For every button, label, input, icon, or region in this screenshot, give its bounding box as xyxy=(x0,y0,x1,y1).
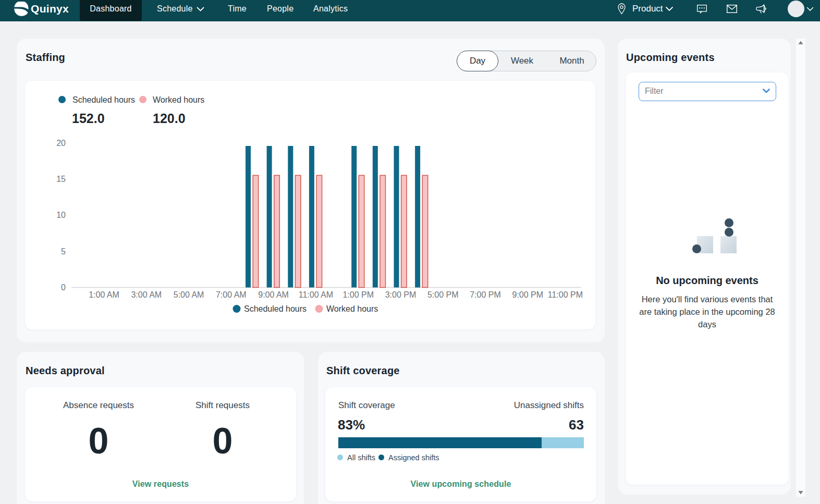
svg-text:3:00 PM: 3:00 PM xyxy=(385,290,417,299)
svg-text:0: 0 xyxy=(61,283,66,292)
svg-text:20: 20 xyxy=(56,139,66,147)
svg-text:Scheduled hours: Scheduled hours xyxy=(244,304,307,313)
svg-text:5:00 AM: 5:00 AM xyxy=(174,290,204,299)
svg-text:3:00 AM: 3:00 AM xyxy=(131,290,162,299)
svg-text:5: 5 xyxy=(61,247,66,256)
svg-text:11:00 AM: 11:00 AM xyxy=(299,290,333,299)
svg-text:9:00 PM: 9:00 PM xyxy=(512,290,544,299)
svg-text:5:00 PM: 5:00 PM xyxy=(427,290,459,299)
svg-text:10: 10 xyxy=(56,211,66,219)
svg-text:Worked hours: Worked hours xyxy=(326,304,378,313)
svg-text:1:00 PM: 1:00 PM xyxy=(342,290,374,299)
svg-text:7:00 AM: 7:00 AM xyxy=(216,290,247,299)
svg-text:9:00 AM: 9:00 AM xyxy=(258,290,289,299)
svg-text:1:00 AM: 1:00 AM xyxy=(89,290,119,299)
svg-text:11:00 PM: 11:00 PM xyxy=(548,290,583,299)
svg-text:15: 15 xyxy=(56,175,66,183)
svg-text:7:00 PM: 7:00 PM xyxy=(470,290,501,299)
